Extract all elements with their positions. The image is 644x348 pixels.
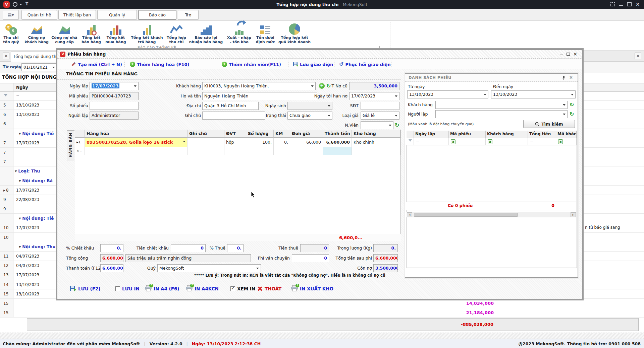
tab-bao-cao-thong-ke[interactable]: Báo cáo thống kê [138,10,176,20]
restore-layout-button[interactable]: ↺ Phục hồi giao diện [339,61,391,68]
close-strip-icon[interactable]: ✕ [635,53,641,59]
panel-filter-ma-khach[interactable]: a [556,138,577,145]
panel-filter-tong-tien[interactable]: = [528,138,556,145]
ribbon-button-cong-no-nha-cung-cap[interactable]: Công nợ nhàcung cấp [50,21,79,46]
print-warehouse-button[interactable]: ? IN XUẤT KHO [291,284,333,294]
panel-khach-hang-field[interactable] [435,101,568,109]
panel-column-tong-tien[interactable]: Tổng tiền [528,131,556,138]
group-row-label[interactable]: ▾Nội dung: Bá [19,176,53,186]
panel-column-ma-khach[interactable]: Mã khách [556,131,577,138]
kho-hang-cell[interactable]: Kho chính [352,138,400,147]
thanh-toan-field[interactable]: 6,600,000 [100,264,123,272]
print-a4-button[interactable]: ? IN A4 (F6) [145,284,179,294]
panel-horizontal-scrollbar[interactable]: ◂ ▸ [407,212,576,217]
panel-filter-khach-hang[interactable]: a [486,138,528,145]
ribbon-button-tong-ket-mua-hang[interactable]: Tổng kếtmua hàng [103,21,128,46]
ribbon-button-xuat-nhap-ton-kho[interactable]: Xuất - nhập- tồn kho [225,21,254,46]
tab-tro-giup[interactable]: Trợ giúp [178,10,199,20]
ribbon-button-tong-ket-ban-hang[interactable]: Tổng kếtbán hàng [80,21,103,46]
ribbon-button-tong-hop-thu-chi[interactable]: Tổng hợpthu chi [166,21,187,46]
checkbox-checked-icon[interactable] [230,286,235,291]
dvt-cell[interactable]: hộp [224,138,246,147]
group-row-label[interactable]: ▾Loại: Thu [15,166,40,176]
panel-column-khach-hang[interactable]: Khách hàng [486,131,528,138]
ribbon-button-ton-duoi-dinh-muc[interactable]: Tồn dướiđịnh mức [254,21,276,46]
dialog-titlebar[interactable]: V Phiếu bán hàng × [57,50,582,59]
panel-from-date-field[interactable]: 13/10/2023 [407,90,488,98]
nhan-vien-field[interactable] [361,121,393,129]
panel-column-ma-phieu[interactable]: Mã phiếu [449,131,486,138]
ngay-sinh-field[interactable] [287,102,332,110]
so-luong-cell[interactable]: 100. [246,138,274,147]
ribbon-button-cong-no-khach-hang[interactable]: Công nợkhách hàng [23,21,50,46]
table-row[interactable]: 15 21,184,000 [0,308,644,318]
panel-filter-ma-phieu[interactable]: a [449,138,486,145]
checkbox-icon[interactable] [115,286,120,291]
thanh-tien-cell[interactable]: 6,600,000 [323,138,352,147]
dialog-maximize-icon[interactable] [567,53,570,56]
ribbon-button-tong-ket-khach-tra-hang[interactable]: Tổng kết kháchtrả hàng [129,21,165,46]
print-a4kcn-button[interactable]: ? IN A4KCN [186,284,219,294]
new-row-cell[interactable] [246,147,274,155]
ribbon-button-tong-hop-ket-qua-kinh-doanh[interactable]: Tổng hợp kếtquả kinh doanh [277,21,312,46]
add-staff-button[interactable]: + Thêm nhân viên(F11) [222,61,281,68]
new-row-cell[interactable] [274,147,290,155]
scroll-left-icon[interactable]: ◂ [407,212,412,217]
ribbon-button-bao-cao-loi-nhuan[interactable]: Báo cáo lợinhuận bán hàng [188,21,224,46]
close-icon[interactable]: × [636,2,640,6]
tien-chiet-khau-field[interactable]: 0 [171,244,206,252]
new-row-cell[interactable] [187,147,224,155]
column-header-kho-hang[interactable]: Kho hàng [352,130,400,138]
maximize-icon[interactable] [627,2,632,6]
tab-quan-tri-he-thong[interactable]: Quản trị hệ thống [21,10,57,20]
panel-to-date-field[interactable]: 13/10/2023 [491,90,576,98]
group-row-label[interactable]: ▾Nội dung: Thu [19,242,55,252]
don-gia-cell[interactable]: 66,000 [290,138,323,147]
ngay-lap-field[interactable]: 17/07/2023 [90,82,139,90]
column-header-don-gia[interactable]: Đơn giá [290,130,323,138]
panel-filter-ngay-lap[interactable]: = [414,138,449,145]
exit-button[interactable]: THOÁT [257,284,281,294]
dialog-minimize-icon[interactable] [560,53,563,55]
quy-field[interactable]: MekongSoft [157,264,261,272]
minimize-icon[interactable] [619,3,623,6]
sdt-field[interactable] [361,102,399,110]
ribbon-button-thu-chi-ton-quy[interactable]: € $ Thu chitồn quỹ [1,21,21,46]
column-header-ngay[interactable]: Ngày [16,85,28,90]
save-print-checkbox[interactable]: LƯU IN [115,284,140,294]
preview-checkbox[interactable]: XEM IN [230,284,255,294]
close-tab-icon[interactable]: ✕ [3,53,9,59]
ghi-chu-cell[interactable] [187,138,224,147]
loai-gia-field[interactable]: Giá lẻ [361,112,399,120]
km-cell[interactable]: 0. [274,138,290,147]
save-layout-button[interactable]: Lưu giao diện [293,61,333,68]
tab-quan-ly-nghiep-vu[interactable]: Quản lý nghiệp vụ [97,10,137,20]
table-row[interactable]: 15 14,034,000 [0,299,644,308]
tab-thiet-lap-ban-dau[interactable]: Thiết lập ban đầu [58,10,96,20]
column-header-dvt[interactable]: ĐVT [224,130,246,138]
so-phieu-field[interactable] [90,102,139,110]
pin-icon[interactable] [562,75,566,80]
panel-close-icon[interactable]: ✕ [569,75,573,80]
new-row-thanh-tien-cell[interactable] [323,147,352,155]
dialog-close-icon[interactable]: × [573,52,577,56]
panel-nguoi-lap-field[interactable] [435,110,568,118]
panel-refresh-customer-icon[interactable]: ↻ [570,102,574,108]
khach-hang-field[interactable]: KH0003, Nguyễn Hoàng Thiện, [202,82,316,90]
new-row-cell[interactable] [352,147,400,155]
column-header-hang-hoa[interactable]: Hàng hóa [85,130,187,138]
column-header-thanh-tien[interactable]: Thành tiền [323,130,352,138]
filter-operator[interactable]: = [16,93,19,98]
trang-thai-field[interactable]: Chưa giao [287,112,332,120]
new-row-product-cell[interactable] [85,147,187,155]
fullscreen-icon[interactable] [610,2,615,6]
column-header-km[interactable]: KM [274,130,290,138]
panel-header[interactable]: DANH SÁCH PHIẾU ✕ [405,74,578,82]
panel-refresh-creator-icon[interactable]: ↻ [570,111,574,117]
panel-column-ngay-lap[interactable]: Ngày lập [414,131,449,138]
file-menu-button[interactable]: ▤▾ [3,10,19,20]
scrollbar-thumb[interactable] [414,213,518,217]
group-row-label[interactable]: ▾Nội dung: Tiề [19,214,54,223]
save-button[interactable]: LƯU (F2) [69,284,101,294]
product-cell[interactable]: 8935001702528, Golia kẹo 16 stick [85,138,187,147]
